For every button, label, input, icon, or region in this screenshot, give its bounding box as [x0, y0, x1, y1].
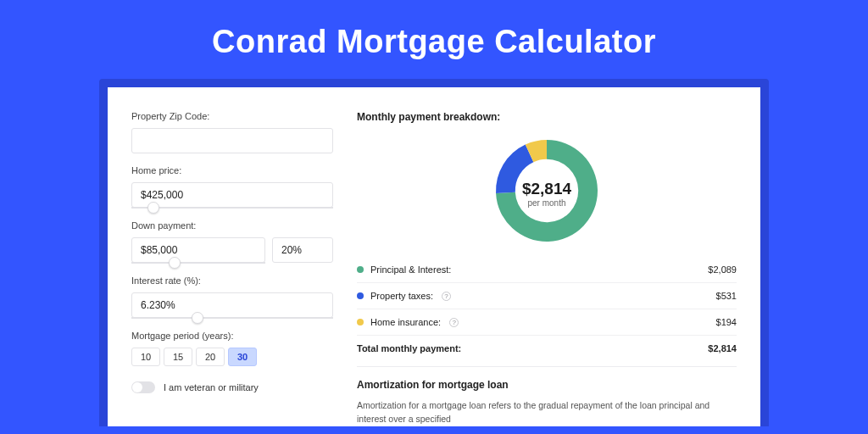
- pi-label: Principal & Interest:: [370, 264, 451, 275]
- tax-help-icon[interactable]: ?: [442, 292, 451, 301]
- down-payment-slider[interactable]: [131, 262, 265, 264]
- divider: [357, 366, 737, 367]
- field-interest: Interest rate (%):: [131, 275, 333, 319]
- zip-input[interactable]: [131, 128, 333, 153]
- dot-tax-icon: [357, 292, 364, 299]
- field-zip: Property Zip Code:: [131, 111, 333, 153]
- home-price-slider-thumb[interactable]: [147, 202, 159, 214]
- calculator-card: Property Zip Code: Home price: Down paym…: [108, 87, 760, 426]
- interest-slider[interactable]: [131, 317, 333, 319]
- zip-label: Property Zip Code:: [131, 111, 333, 121]
- ins-value: $194: [716, 317, 737, 327]
- ins-help-icon[interactable]: ?: [449, 318, 459, 327]
- pi-value: $2,089: [708, 264, 737, 275]
- down-payment-slider-thumb[interactable]: [169, 257, 181, 269]
- home-price-slider[interactable]: [131, 207, 333, 209]
- dot-ins-icon: [357, 319, 364, 326]
- veteran-label: I am veteran or military: [164, 382, 259, 392]
- ins-label: Home insurance:: [370, 317, 441, 327]
- field-down-payment: Down payment:: [131, 220, 333, 264]
- period-10-button[interactable]: 10: [131, 348, 160, 366]
- down-payment-label: Down payment:: [131, 220, 333, 231]
- dot-pi-icon: [357, 266, 364, 273]
- donut-chart: $2,814 per month: [357, 133, 737, 257]
- total-label: Total monthly payment:: [357, 343, 461, 353]
- row-tax: Property taxes: ? $531: [357, 283, 737, 309]
- amort-text: Amortization for a mortgage loan refers …: [357, 399, 737, 426]
- donut-sub: per month: [522, 198, 571, 208]
- veteran-row: I am veteran or military: [131, 381, 333, 393]
- field-period: Mortgage period (years): 10 15 20 30: [131, 331, 333, 366]
- donut-center: $2,814 per month: [522, 180, 571, 208]
- period-label: Mortgage period (years):: [131, 331, 333, 341]
- home-price-label: Home price:: [131, 165, 333, 175]
- donut-amount: $2,814: [522, 180, 571, 198]
- down-payment-pct-input[interactable]: [272, 237, 333, 263]
- row-pi: Principal & Interest: $2,089: [357, 257, 737, 283]
- period-30-button[interactable]: 30: [228, 348, 257, 366]
- interest-label: Interest rate (%):: [131, 275, 333, 286]
- total-value: $2,814: [708, 343, 737, 353]
- breakdown-rows: Principal & Interest: $2,089 Property ta…: [357, 257, 737, 361]
- breakdown-panel: Monthly payment breakdown: $2,814 per mo…: [357, 111, 737, 426]
- home-price-input[interactable]: [131, 182, 333, 208]
- interest-input[interactable]: [131, 292, 333, 318]
- row-total: Total monthly payment: $2,814: [357, 336, 737, 361]
- row-ins: Home insurance: ? $194: [357, 309, 737, 336]
- form-panel: Property Zip Code: Home price: Down paym…: [131, 111, 333, 426]
- tax-value: $531: [716, 291, 737, 301]
- breakdown-title: Monthly payment breakdown:: [357, 111, 737, 123]
- down-payment-input[interactable]: [131, 237, 265, 263]
- period-15-button[interactable]: 15: [164, 348, 192, 366]
- period-20-button[interactable]: 20: [196, 348, 225, 366]
- page-title: Conrad Mortgage Calculator: [0, 0, 868, 79]
- card-shadow: Property Zip Code: Home price: Down paym…: [99, 79, 769, 426]
- veteran-toggle[interactable]: [131, 381, 155, 393]
- tax-label: Property taxes:: [370, 291, 433, 301]
- amort-title: Amortization for mortgage loan: [357, 379, 737, 391]
- field-home-price: Home price:: [131, 165, 333, 209]
- interest-slider-thumb[interactable]: [192, 312, 203, 324]
